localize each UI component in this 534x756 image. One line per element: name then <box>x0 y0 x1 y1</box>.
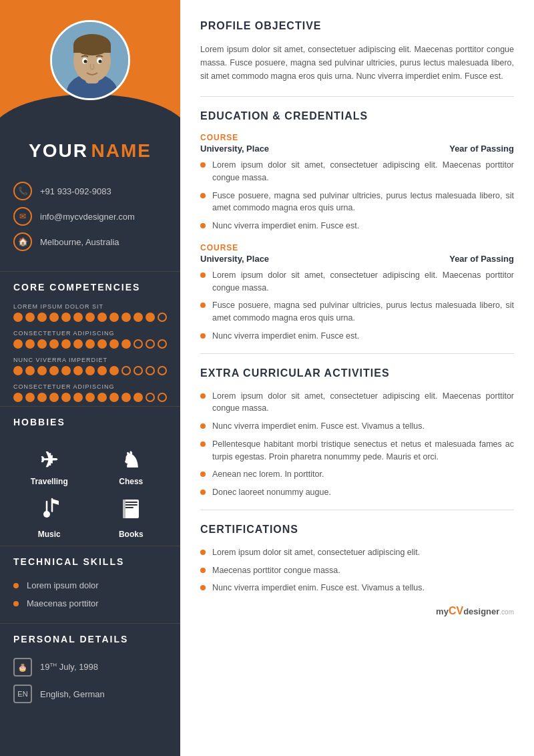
dot <box>37 393 47 402</box>
personal-title: PERSONAL DETAILS <box>0 623 180 651</box>
phone-item: 📞 +91 933-092-9083 <box>13 182 167 200</box>
divider-3 <box>200 510 514 510</box>
skill-label-2: Maecenas porttitor <box>27 598 99 608</box>
extra-bullet-1: Lorem ipsum dolor sit amet, consectetuer… <box>200 390 514 415</box>
education-entry-2: COURSE University, Place Year of Passing… <box>200 243 514 343</box>
name-your: YOUR <box>29 140 88 161</box>
travelling-label: Travelling <box>31 477 68 486</box>
avatar <box>50 20 130 100</box>
university-name-2: University, Place <box>200 254 269 264</box>
extra-title: EXTRA CURRICULAR ACTIVITIES <box>200 367 514 382</box>
brand-watermark: myCVdesigner.com <box>200 605 514 617</box>
brand-cv: CV <box>449 605 463 616</box>
extra-bullet-4: Aenean nec lorem. In porttitor. <box>200 468 514 481</box>
address-icon: 🏠 <box>13 232 32 251</box>
education-title: EDUCATION & CREDENTIALS <box>200 110 514 125</box>
hobbies-grid: ✈ Travelling ♞ Chess Music <box>13 447 167 539</box>
dot <box>61 393 71 402</box>
books-icon <box>119 496 143 526</box>
dot <box>109 339 119 349</box>
cert-bullets: Lorem ipsum dolor sit amet, consectetuer… <box>200 546 514 594</box>
competency-1: LOREM IPSUM DOLOR SIT <box>0 299 180 326</box>
extra-bullet-2: Nunc viverra imperdiet enim. Fusce est. … <box>200 420 514 433</box>
skill-bullet <box>13 601 19 606</box>
competency-4: CONSECTETUER ADIPISCING <box>0 379 180 406</box>
dot-empty <box>121 366 131 375</box>
competencies-title: CORE COMPETENCIES <box>0 271 180 299</box>
dot-empty <box>146 366 155 375</box>
books-label: Books <box>119 530 144 539</box>
dot <box>73 339 83 349</box>
dot <box>37 313 47 322</box>
dot-empty <box>146 393 155 402</box>
hobbies-title: HOBBIES <box>0 406 180 434</box>
dot <box>13 313 23 322</box>
dot <box>61 366 71 375</box>
avatar-wrapper <box>0 0 180 120</box>
dot <box>121 313 131 322</box>
cert-bullet-3: Nunc viverra imperdiet enim. Fusce est. … <box>200 582 514 594</box>
university-name-1: University, Place <box>200 144 269 154</box>
svg-rect-13 <box>124 504 138 506</box>
email-text: info@mycvdesigner.com <box>40 212 135 222</box>
language-icon: EN <box>13 685 32 703</box>
competency-3: NUNC VIVERRA IMPERDIET <box>0 353 180 379</box>
brand-com: .com <box>499 608 514 616</box>
dot <box>49 366 59 375</box>
dob-text: 19TH July, 1998 <box>40 662 98 672</box>
skill-label-1: Lorem ipsum dolor <box>27 580 99 590</box>
university-row-2: University, Place Year of Passing <box>200 254 514 264</box>
extra-bullets: Lorem ipsum dolor sit amet, consectetuer… <box>200 390 514 499</box>
contact-section: 📞 +91 933-092-9083 ✉ info@mycvdesigner.c… <box>0 175 180 271</box>
hobby-chess: ♞ Chess <box>95 447 168 486</box>
dot <box>121 339 131 349</box>
dot <box>37 366 47 375</box>
cert-bullet-2: Maecenas porttitor congue massa. <box>200 564 514 577</box>
dot <box>25 393 35 402</box>
dot <box>49 313 59 322</box>
music-label: Music <box>38 530 61 539</box>
dot <box>13 339 23 349</box>
phone-text: +91 933-092-9083 <box>40 186 111 196</box>
university-row-1: University, Place Year of Passing <box>200 144 514 154</box>
dot <box>121 393 131 402</box>
edu-bullet-1-1: Lorem ipsum dolor sit amet, consectetuer… <box>200 159 514 184</box>
dot <box>85 366 95 375</box>
dot-empty <box>146 339 155 349</box>
address-item: 🏠 Melbourne, Australia <box>13 232 167 251</box>
divider-2 <box>200 353 514 354</box>
competency-label-2: CONSECTETUER ADIPISCING <box>13 330 167 337</box>
dot-empty <box>134 339 143 349</box>
competency-2: CONSECTETUER ADIPISCING <box>0 326 180 353</box>
dot-empty <box>158 339 167 349</box>
edu-bullet-2-3: Nunc viverra imperdiet enim. Fusce est. <box>200 330 514 343</box>
dot <box>13 366 23 375</box>
dot <box>61 313 71 322</box>
brand-designer: designer <box>463 606 499 616</box>
dot <box>25 313 35 322</box>
tech-skills-section: Lorem ipsum dolor Maecenas porttitor <box>0 574 180 623</box>
competency-label-4: CONSECTETUER ADIPISCING <box>13 383 167 390</box>
year-passing-2: Year of Passing <box>449 254 514 264</box>
email-icon: ✉ <box>13 207 32 226</box>
svg-rect-12 <box>124 502 138 503</box>
cert-bullet-1: Lorem ipsum dolor sit amet, consectetuer… <box>200 546 514 559</box>
skill-bullet <box>13 583 19 588</box>
name-block: YOUR NAME <box>0 134 180 175</box>
dot-empty <box>158 313 167 322</box>
chess-icon: ♞ <box>121 447 141 473</box>
dot <box>134 393 143 402</box>
dot <box>25 366 35 375</box>
personal-section: 🎂 19TH July, 1998 EN English, German <box>0 651 180 718</box>
dot <box>109 313 119 322</box>
cert-title: CERTIFICATIONS <box>200 524 514 538</box>
dot <box>73 313 83 322</box>
address-text: Melbourne, Australia <box>40 237 119 247</box>
cake-icon: 🎂 <box>13 658 32 677</box>
competency-label-3: NUNC VIVERRA IMPERDIET <box>13 357 167 363</box>
dots-row-3 <box>13 366 167 375</box>
name-name: NAME <box>91 140 151 161</box>
dots-row-4 <box>13 393 167 402</box>
dot-empty <box>158 393 167 402</box>
dot <box>97 339 107 349</box>
